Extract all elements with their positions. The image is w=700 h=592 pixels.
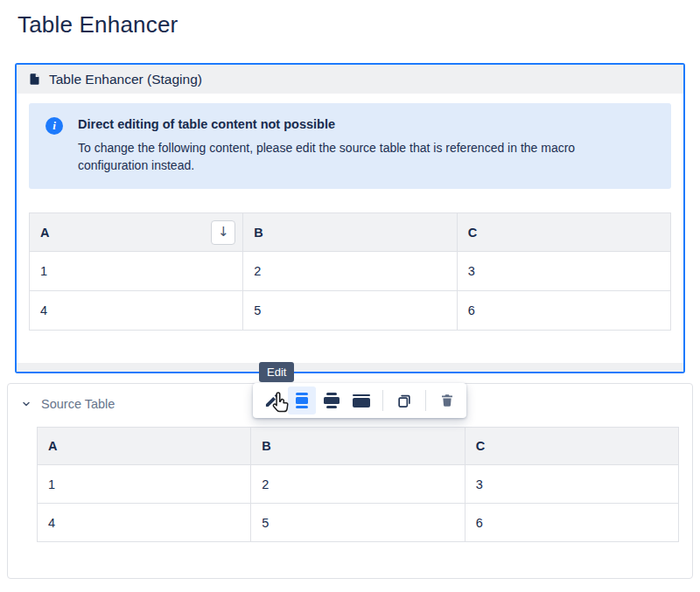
center-layout-button[interactable] xyxy=(288,387,316,414)
center-layout-icon xyxy=(296,393,308,408)
arrow-down-icon: ↓ xyxy=(218,226,229,239)
wide-layout-button[interactable] xyxy=(318,387,346,414)
staging-table: A↓BC123456 xyxy=(29,212,671,331)
table-cell: 3 xyxy=(465,465,678,504)
table-cell: 2 xyxy=(243,252,457,291)
toolbar-divider xyxy=(425,390,426,411)
column-header: A↓ xyxy=(30,213,243,252)
source-table-label: Source Table xyxy=(41,397,115,411)
full-width-layout-icon xyxy=(353,394,370,407)
info-icon: i xyxy=(46,117,63,135)
alert-title: Direct editing of table content not poss… xyxy=(78,117,645,131)
table-row: 123 xyxy=(38,465,679,504)
column-header-label: C xyxy=(476,439,485,453)
macro-panel-staging[interactable]: Table Enhancer (Staging) i Direct editin… xyxy=(15,63,685,373)
column-header-label: A xyxy=(40,226,49,240)
column-header: C xyxy=(457,213,670,252)
table-header-row: A↓BC xyxy=(30,213,671,252)
column-header: B xyxy=(243,213,457,252)
table-cell: 3 xyxy=(457,252,670,291)
trash-icon xyxy=(439,393,455,408)
page-title: Table Enhancer xyxy=(18,11,178,38)
column-header: C xyxy=(465,428,678,465)
source-table-toggle[interactable]: Source Table xyxy=(8,384,157,411)
copy-button[interactable] xyxy=(390,387,418,414)
column-header: B xyxy=(251,428,465,465)
column-header-label: C xyxy=(468,226,477,240)
macro-panel-header[interactable]: Table Enhancer (Staging) xyxy=(17,65,683,94)
table-cell: 5 xyxy=(251,504,465,542)
table-cell: 2 xyxy=(251,465,465,504)
wide-layout-icon xyxy=(324,393,340,408)
table-cell: 6 xyxy=(457,291,670,331)
table-header-row: ABC xyxy=(38,428,679,465)
mouse-pointer-cursor xyxy=(268,392,290,421)
macro-panel-body: i Direct editing of table content not po… xyxy=(17,94,683,363)
alert-description: To change the following content, please … xyxy=(78,139,645,174)
table-cell: 1 xyxy=(38,465,251,504)
sort-column-button[interactable]: ↓ xyxy=(211,220,235,245)
column-header: A xyxy=(38,428,251,465)
info-alert: i Direct editing of table content not po… xyxy=(29,103,671,189)
edit-tooltip: Edit xyxy=(259,362,294,382)
full-width-layout-button[interactable] xyxy=(347,387,375,414)
source-table: ABC123456 xyxy=(37,427,679,542)
table-cell: 1 xyxy=(30,252,243,291)
table-row: 456 xyxy=(38,504,679,542)
column-header-label: B xyxy=(254,226,262,240)
delete-button[interactable] xyxy=(433,387,461,414)
table-cell: 6 xyxy=(465,504,678,542)
table-cell: 4 xyxy=(38,504,251,542)
chevron-down-icon xyxy=(21,399,32,409)
toolbar-divider xyxy=(382,390,383,411)
table-cell: 5 xyxy=(243,291,457,331)
copy-icon xyxy=(396,392,413,409)
column-header-label: A xyxy=(48,439,57,453)
table-row: 123 xyxy=(30,252,671,291)
document-icon xyxy=(28,73,41,86)
column-header-label: B xyxy=(262,439,270,453)
macro-panel-footer-strip xyxy=(17,363,683,372)
macro-panel-title: Table Enhancer (Staging) xyxy=(49,72,202,87)
table-cell: 4 xyxy=(30,291,243,331)
table-row: 456 xyxy=(30,291,671,331)
